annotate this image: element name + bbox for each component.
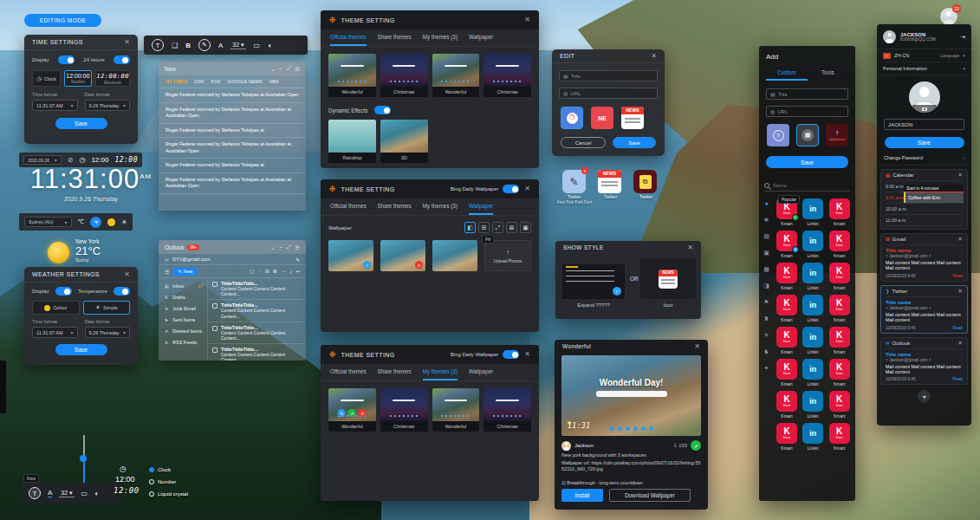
mail-list-item[interactable]: TittleTittleTittle...Content Content Con… xyxy=(208,300,306,322)
save-button[interactable]: Save xyxy=(55,344,107,355)
date-format-select[interactable]: 9.26 Thursday xyxy=(85,100,131,111)
close-icon[interactable]: ✕ xyxy=(651,53,657,60)
mail-title[interactable]: Title name xyxy=(886,352,963,357)
theme-tab[interactable]: Wallpaper xyxy=(469,364,493,380)
music-icon[interactable]: ♪ xyxy=(289,269,292,274)
electronic-style-option[interactable]: 12:00:00Electronic xyxy=(95,70,130,87)
app-grid-item[interactable]: KKmart Kmart xyxy=(827,295,853,322)
search-field[interactable] xyxy=(764,179,850,192)
outlook-folder[interactable]: ≋RSS Feeds xyxy=(165,336,207,348)
title-field[interactable]: ▤ xyxy=(559,70,658,81)
slider-thumb[interactable] xyxy=(80,455,87,462)
mail-title[interactable]: Title name xyxy=(886,300,963,305)
select-icon[interactable]: ▢ xyxy=(250,269,254,274)
time-number-preview[interactable]: 12:00 xyxy=(91,156,108,164)
app-grid-item[interactable]: KKmart Kmart xyxy=(827,231,853,258)
font-icon[interactable]: T xyxy=(29,487,41,499)
dynamic-theme-thumbnail[interactable]: Raindrop xyxy=(328,120,376,163)
save-button[interactable]: Save xyxy=(613,137,656,148)
dynamic-effects-toggle[interactable] xyxy=(374,106,391,114)
theme-tab[interactable]: Share themes xyxy=(378,198,412,215)
clock-style-radio[interactable]: Number xyxy=(149,476,188,488)
news-item[interactable]: Roger Federer stunned by Stefanos Tsitsi… xyxy=(159,138,306,159)
read-link[interactable]: Read xyxy=(953,326,963,330)
category-icon[interactable]: ▦ xyxy=(763,266,769,283)
news-tab[interactable]: FOX xyxy=(211,79,220,84)
outlook-folder[interactable]: ⊘Junk Email xyxy=(165,302,207,314)
news-tab[interactable]: GOOGLE NEWS xyxy=(227,79,262,84)
category-icon[interactable]: ◨ xyxy=(763,283,769,299)
mail-checkbox[interactable] xyxy=(212,348,217,353)
clock-style-option[interactable]: ◷Clock xyxy=(32,70,61,87)
mail-list-item[interactable]: TittleTittleTittle...Content Content Con… xyxy=(208,322,306,344)
hamburger-icon[interactable]: ☰ xyxy=(165,269,169,275)
edit-shortcut-icon[interactable]: ✎ ✕ xyxy=(562,170,586,193)
expand-icon[interactable]: ⤢ xyxy=(287,244,291,250)
minimize-icon[interactable]: − xyxy=(279,244,282,250)
app-grid-item[interactable]: KKmart Kmart xyxy=(774,263,800,290)
clock-style-radio[interactable]: Liquid crystal xyxy=(149,488,188,500)
time-format-select[interactable]: 11:31:07 AM xyxy=(32,327,78,338)
app-grid-item[interactable]: in Linkin xyxy=(800,391,826,419)
app-grid-item[interactable]: KKmart+ Kmart xyxy=(774,231,800,258)
news-shortcut-icon[interactable]: NEWS xyxy=(598,170,621,193)
clock-widget[interactable]: 11:31:00AM 2020.9.26 Thursday xyxy=(17,164,165,202)
app-grid-item[interactable]: in Linkin xyxy=(800,263,826,290)
mail-list-item[interactable]: TittleTittleTittle...Content Content Con… xyxy=(208,278,306,300)
reply-icon[interactable]: ↩ xyxy=(295,269,300,274)
time-format-select[interactable]: 11:31:07 AM xyxy=(32,100,78,111)
category-icon[interactable]: ❖ xyxy=(763,217,769,233)
time-lcd-preview[interactable]: 12:00 xyxy=(114,156,138,164)
theme-thumbnail[interactable]: ✎⇗✕ Christmas xyxy=(484,388,531,432)
compose-icon[interactable]: ✎ xyxy=(295,257,300,263)
app-grid-item[interactable]: in Linkin xyxy=(800,198,826,226)
edit-theme-icon[interactable]: ✎ xyxy=(338,409,346,417)
more-icon[interactable]: ⋯ xyxy=(281,269,286,274)
personal-info-row[interactable]: Personal Information ▾ xyxy=(877,62,971,75)
color-icon[interactable]: A xyxy=(48,489,52,497)
frame-icon[interactable]: ▭ xyxy=(81,490,88,497)
nickname-input[interactable] xyxy=(888,122,960,127)
read-link[interactable]: Read xyxy=(953,274,963,278)
expand-icon[interactable]: ⤢ xyxy=(287,66,291,72)
theme-thumbnail[interactable]: Wonderful xyxy=(432,54,480,97)
theme-tab[interactable]: Official themes xyxy=(330,29,367,46)
title-input[interactable] xyxy=(778,92,844,97)
archive-icon[interactable]: ⊟ xyxy=(265,269,269,274)
link-note-shortcut-icon[interactable]: ⧉ xyxy=(633,170,657,193)
outlook-folder[interactable]: ▤Inbox17 xyxy=(165,280,207,291)
app-grid-item[interactable]: KKmart Kmart xyxy=(827,359,853,387)
category-icon[interactable]: ♞ xyxy=(763,348,769,365)
change-password-row[interactable]: Change Password › xyxy=(877,151,971,166)
app-grid-item[interactable]: KKmart Kmart xyxy=(774,359,800,387)
wallpaper-thumbnail[interactable] xyxy=(432,240,477,271)
theme-thumbnail[interactable]: ✎⇗✕ Wonderful xyxy=(328,388,376,432)
mail-checkbox[interactable] xyxy=(212,303,217,309)
favicon-option-tv[interactable]: ❒ xyxy=(561,107,583,129)
outlook-folder[interactable]: ✎Drafts xyxy=(165,291,207,302)
weather-widget[interactable]: New York 21°C Sunny xyxy=(48,238,101,263)
app-grid-item[interactable]: KKmart Kmart xyxy=(774,295,800,322)
download-wallpaper-button[interactable]: Download Wallpaper xyxy=(609,489,691,502)
dynamic-theme-thumbnail[interactable]: 3D xyxy=(380,120,428,163)
collapse-icon[interactable]: ⌄ xyxy=(270,244,275,250)
clock-style-radio[interactable]: Clock xyxy=(149,464,188,476)
theme-tab[interactable]: Wallpaper xyxy=(469,29,493,46)
theme-tab[interactable]: Share themes xyxy=(378,29,412,46)
editing-mode-button[interactable]: EDITING MODE xyxy=(24,14,101,27)
close-icon[interactable]: ✕ xyxy=(524,351,530,358)
url-field[interactable]: ◍ xyxy=(559,88,658,99)
close-icon[interactable]: ✕ xyxy=(124,271,130,278)
category-icon[interactable]: ▣ xyxy=(763,250,769,266)
close-icon[interactable]: ✕ xyxy=(957,172,963,179)
news-item[interactable]: Roger Federer stunned by Stefanos Tsitsi… xyxy=(159,159,306,173)
category-icon[interactable]: ▤ xyxy=(763,233,769,250)
mail-checkbox[interactable] xyxy=(212,326,217,331)
nickname-field[interactable] xyxy=(884,119,964,130)
colour-mode-icon[interactable] xyxy=(107,218,115,226)
app-grid-item[interactable]: KKmart Kmart xyxy=(827,423,853,451)
remove-icon[interactable]: ✕ xyxy=(581,167,588,174)
upload-picture-button[interactable]: ↑ Upload Picture xyxy=(484,240,531,271)
close-icon[interactable]: ✕ xyxy=(694,343,700,350)
title-input[interactable] xyxy=(571,74,653,79)
